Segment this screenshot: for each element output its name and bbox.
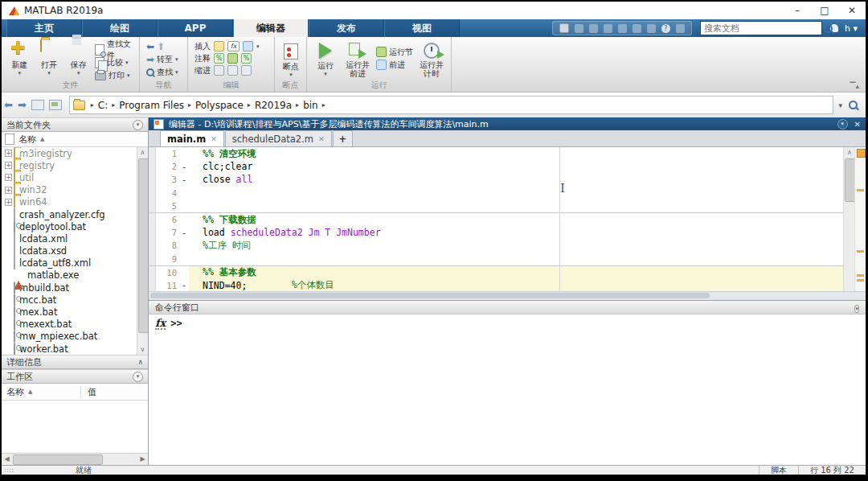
copy-icon[interactable] xyxy=(589,24,598,33)
undo-icon[interactable] xyxy=(618,24,627,33)
close-button[interactable]: ✕ xyxy=(838,2,866,19)
editor-hscrollbar[interactable] xyxy=(149,291,866,300)
file-row[interactable]: worker.bat xyxy=(2,343,148,355)
command-window-header[interactable]: 命令行窗口 ▾ xyxy=(149,300,866,314)
run-section-button[interactable]: 运行节 xyxy=(376,47,413,57)
scroll-right-icon[interactable]: ▶ xyxy=(137,454,148,464)
editor-scrollbar[interactable]: ∧ xyxy=(843,147,855,291)
collapse-ribbon-button[interactable]: ▔▴ xyxy=(850,82,859,90)
file-row[interactable]: lcdata.xsd xyxy=(2,245,148,257)
insert-row[interactable]: 插入 fx ▾ xyxy=(188,40,274,52)
advance-button[interactable]: 前进 xyxy=(376,60,413,70)
editor-tab-main.m[interactable]: main.m✕ xyxy=(160,130,224,146)
fx-icon[interactable]: fx xyxy=(155,318,166,330)
code-line-6[interactable]: 6%% 下载数据 xyxy=(149,212,844,226)
expand-icon[interactable]: + xyxy=(5,187,12,194)
breakpoint-gutter[interactable] xyxy=(149,253,156,265)
ribbon-tab-编辑器[interactable]: 编辑器 xyxy=(233,19,309,37)
code-line-11[interactable]: 11-NIND=40; %个体数目 xyxy=(149,279,844,291)
search-icon[interactable] xyxy=(824,24,833,33)
code-line-10[interactable]: 10%% 基本参数 xyxy=(149,265,844,279)
breakpoint-gutter[interactable] xyxy=(149,266,156,279)
ribbon-tab-绘图[interactable]: 绘图 xyxy=(82,19,158,37)
minimize-button[interactable]: – xyxy=(784,2,811,19)
breakpoint-gutter[interactable] xyxy=(149,187,156,199)
file-row[interactable]: mexext.bat xyxy=(2,319,148,331)
command-window[interactable]: fx >> xyxy=(149,314,866,465)
expand-icon[interactable]: + xyxy=(5,150,12,157)
code-area[interactable]: 1%% 清空环境2-clc;clear3-close all456%% 下载数据… xyxy=(149,147,866,291)
workspace-menu-icon[interactable]: ▾ xyxy=(133,372,143,382)
command-prompt[interactable]: >> xyxy=(170,318,182,329)
command-window-menu-icon[interactable]: ▾ xyxy=(854,305,859,313)
options-icon[interactable] xyxy=(676,24,685,33)
close-tab-icon[interactable]: ✕ xyxy=(318,135,325,143)
file-row[interactable]: matlab.exe xyxy=(2,269,148,282)
goto-button[interactable]: ➡ 转至 ▾ xyxy=(146,54,187,64)
workspace-body[interactable] xyxy=(2,401,148,453)
file-row[interactable]: +m3iregistry xyxy=(2,147,148,159)
breakpoint-gutter[interactable] xyxy=(149,199,156,212)
breadcrumb-segment[interactable]: Polyspace xyxy=(194,100,245,111)
collapse-details-icon[interactable]: ∧ xyxy=(137,358,143,366)
breadcrumb-segment[interactable]: bin xyxy=(301,100,320,111)
breadcrumb-segment[interactable]: R2019a xyxy=(253,100,293,111)
nav-forward-icon[interactable]: ➡ xyxy=(18,99,27,111)
breakpoint-gutter[interactable] xyxy=(149,226,156,239)
file-row[interactable]: mex.bat xyxy=(2,306,148,318)
breakpoint-gutter[interactable] xyxy=(149,160,156,173)
breadcrumb-dropdown-icon[interactable]: ▾ xyxy=(838,103,842,108)
up-folder-icon[interactable] xyxy=(31,100,44,110)
nav-back-icon[interactable]: ⬅ xyxy=(4,99,13,111)
indent-right-icon[interactable] xyxy=(241,65,252,76)
details-panel-header[interactable]: 详细信息 ∧ xyxy=(2,355,148,369)
editor-menu-icon[interactable]: ▾ xyxy=(837,119,848,130)
name-column-header[interactable]: 名称 ▲ xyxy=(2,132,148,147)
uncomment-icon[interactable] xyxy=(227,53,238,64)
ribbon-tab-发布[interactable]: 发布 xyxy=(309,19,384,37)
breadcrumb-segment[interactable]: C: xyxy=(96,100,109,111)
message-indicator-bar[interactable] xyxy=(854,147,866,291)
breadcrumb-segment[interactable]: Program Files xyxy=(117,100,186,111)
comment-row[interactable]: 注释 % % xyxy=(188,52,274,64)
redo-icon[interactable] xyxy=(633,24,641,33)
ribbon-tab-视图[interactable]: 视图 xyxy=(384,19,460,37)
code-line-5[interactable]: 5 xyxy=(149,199,844,212)
code-line-8[interactable]: 8%工序 时间 xyxy=(149,239,844,252)
cut-icon[interactable] xyxy=(575,24,583,33)
code-line-2[interactable]: 2-clc;clear xyxy=(149,160,844,173)
code-line-7[interactable]: 7-load scheduleData2 Jm T JmNumber xyxy=(149,226,844,239)
ribbon-tab-APP[interactable]: APP xyxy=(158,19,233,37)
breakpoint-gutter[interactable] xyxy=(149,279,156,291)
compare-button[interactable]: 比较 ▾ xyxy=(95,57,137,68)
workspace-value-column[interactable]: 值 xyxy=(81,386,96,398)
current-folder-menu-icon[interactable]: ▾ xyxy=(133,120,143,130)
new-tab-button[interactable]: + xyxy=(333,130,354,146)
doc-search-input[interactable] xyxy=(701,23,824,34)
wrap-comment-icon[interactable]: % xyxy=(241,53,252,64)
workspace-name-column[interactable]: 名称▲ xyxy=(2,386,81,398)
breakpoint-gutter[interactable] xyxy=(149,239,156,252)
open-button[interactable]: 打开 ▾ xyxy=(36,40,63,80)
indent-row[interactable]: 缩进 xyxy=(188,64,274,76)
file-row[interactable]: +util xyxy=(2,171,148,183)
editor-tab-scheduleData2.m[interactable]: scheduleData2.m✕ xyxy=(225,130,332,146)
code-line-9[interactable]: 9 xyxy=(149,253,844,265)
expand-icon[interactable]: + xyxy=(5,162,12,169)
file-row[interactable]: mcc.bat xyxy=(2,294,148,306)
save-icon[interactable] xyxy=(559,23,569,33)
indent-left-icon[interactable] xyxy=(227,65,238,76)
current-folder-header[interactable]: 当前文件夹 ▾ xyxy=(2,117,148,132)
insert-image-icon[interactable] xyxy=(243,41,253,51)
scroll-up-icon[interactable]: ∧ xyxy=(137,147,148,158)
expand-icon[interactable]: + xyxy=(5,199,12,206)
breakpoint-gutter[interactable] xyxy=(149,213,156,226)
file-row[interactable]: lcdata_utf8.xml xyxy=(2,257,148,269)
file-row[interactable]: +registry xyxy=(2,159,148,171)
editor-close-icon[interactable]: ✕ xyxy=(854,120,861,129)
breakpoint-gutter[interactable] xyxy=(149,173,156,186)
scroll-down-icon[interactable]: ∨ xyxy=(137,344,148,355)
comment-icon[interactable]: % xyxy=(214,53,224,64)
breakpoints-button[interactable]: 断点 ▾ xyxy=(277,40,305,77)
run-button[interactable]: 运行 ▾ xyxy=(312,40,339,78)
